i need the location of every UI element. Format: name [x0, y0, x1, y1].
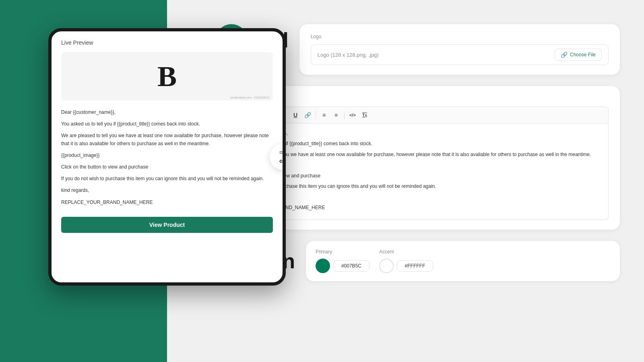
- view-product-button[interactable]: View Product: [61, 217, 273, 233]
- accent-swatch-row: #FFFFFF: [379, 259, 433, 273]
- primary-label: Primary: [316, 249, 369, 255]
- tablet-mockup: Live Preview B shutterstock.com · 216200…: [48, 28, 286, 286]
- editor-line3: We are pleased to tell you we have at le…: [233, 150, 602, 158]
- accent-swatch[interactable]: [379, 259, 394, 273]
- editor-line6: If you do not wish to purchase this item…: [233, 182, 602, 190]
- editor-line2: You asked us to tell you if {{product_ti…: [233, 140, 602, 148]
- email-line1: Dear {{customer_name}},: [61, 109, 273, 116]
- choose-file-label: Choose File: [570, 52, 596, 58]
- logo-card-label: Logo: [311, 34, 609, 39]
- email-logo-area: B shutterstock.com · 2162003471: [61, 52, 273, 101]
- email-line5: Click on the button to view and purchase: [61, 163, 273, 171]
- editor-line7: kind regards,: [233, 193, 602, 201]
- email-line3: We are pleased to tell you we have at le…: [61, 132, 273, 147]
- email-line7: kind regards,: [61, 187, 273, 194]
- editor-line8: REPLACE_YOUR_BRAND_NAME_HERE: [233, 204, 602, 212]
- link-icon: 🔗: [561, 51, 568, 58]
- toolbar-divider-2: [344, 111, 345, 119]
- primary-swatch-row: #007B5C: [316, 259, 369, 273]
- primary-color-section: Primary #007B5C: [316, 249, 369, 273]
- logo-card: Logo Logo (128 x 128.png, .jpg) 🔗 Choose…: [299, 24, 620, 75]
- accent-label: Accent: [379, 249, 433, 255]
- choose-file-button[interactable]: 🔗 Choose File: [555, 49, 602, 61]
- email-line4: {{product_image}}: [61, 152, 273, 159]
- editor-line1: Dear {{customer_name}},: [233, 129, 602, 137]
- email-logo-letter: B: [157, 60, 177, 93]
- email-line8: REPLACE_YOUR_BRAND_NAME_HERE: [61, 199, 273, 206]
- toolbar-divider-1: [316, 111, 316, 119]
- left-panel: Preview Live Preview B shutterstock.com …: [0, 0, 167, 362]
- color-card: Primary #007B5C Accent #FFFFFF: [306, 241, 620, 281]
- email-line2: You asked us to tell you if {{product_ti…: [61, 120, 273, 128]
- primary-swatch[interactable]: [316, 259, 330, 273]
- email-line6: If you do not wish to purchase this item…: [61, 175, 273, 183]
- editor-line5: Click on the button to view and purchase: [233, 172, 602, 180]
- live-preview-label: Live Preview: [61, 39, 273, 46]
- unordered-list-button[interactable]: ≡: [330, 109, 342, 121]
- logo-upload-row: Logo (128 x 128.png, .jpg) 🔗 Choose File: [311, 44, 609, 65]
- underline-button[interactable]: U: [290, 109, 301, 121]
- accent-color-value[interactable]: #FFFFFF: [397, 260, 433, 272]
- swap-arrows-icon: ⇒ ⇐: [279, 148, 286, 166]
- email-body: Dear {{customer_name}}, You asked us to …: [61, 109, 273, 206]
- ordered-list-button[interactable]: ≡: [318, 109, 330, 121]
- clear-format-button[interactable]: Tx: [359, 109, 370, 121]
- primary-color-value[interactable]: #007B5C: [333, 260, 369, 272]
- code-button[interactable]: </>: [347, 109, 358, 121]
- accent-color-section: Accent #FFFFFF: [379, 249, 433, 273]
- link-button[interactable]: 🔗: [302, 109, 313, 121]
- logo-upload-text: Logo (128 x 128.png, .jpg): [318, 52, 379, 58]
- stock-photo-label: shutterstock.com · 2162003471: [230, 96, 270, 99]
- editor-line4: {{product_image}}: [233, 161, 602, 169]
